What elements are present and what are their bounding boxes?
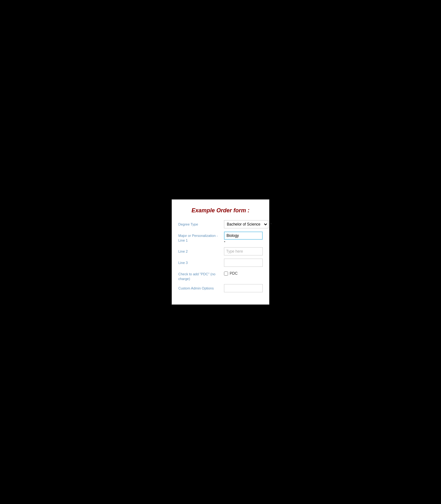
degree-type-required-star: * bbox=[270, 222, 272, 226]
major-line1-row: Major or Personalization - Line 1 * bbox=[178, 232, 263, 244]
line2-control bbox=[224, 247, 263, 255]
pdc-label: Check to add "PDC" (no charge) bbox=[178, 270, 224, 281]
line3-label: Line 3 bbox=[178, 259, 224, 265]
custom-admin-label: Custom Admin Options bbox=[178, 284, 224, 290]
line2-input[interactable] bbox=[224, 247, 263, 255]
custom-admin-control bbox=[224, 284, 263, 292]
degree-type-label: Degree Type bbox=[178, 220, 224, 226]
custom-admin-row: Custom Admin Options bbox=[178, 284, 263, 292]
major-line1-label: Major or Personalization - Line 1 bbox=[178, 232, 224, 243]
pdc-row: Check to add "PDC" (no charge) PDC bbox=[178, 270, 263, 281]
custom-admin-input[interactable] bbox=[224, 284, 263, 292]
line3-input[interactable] bbox=[224, 259, 263, 267]
major-line1-required-star: * bbox=[224, 240, 263, 244]
line2-label: Line 2 bbox=[178, 247, 224, 254]
degree-type-select[interactable]: Bachelor of Science Master of Science Do… bbox=[224, 220, 268, 228]
line3-row: Line 3 bbox=[178, 259, 263, 267]
pdc-checkbox-wrap: PDC bbox=[224, 270, 263, 276]
degree-type-select-wrap: Bachelor of Science Master of Science Do… bbox=[224, 220, 272, 228]
major-line1-input[interactable] bbox=[224, 232, 263, 240]
major-line1-control: * bbox=[224, 232, 263, 244]
degree-type-row: Degree Type Bachelor of Science Master o… bbox=[178, 220, 263, 228]
pdc-checkbox-label: PDC bbox=[230, 271, 238, 276]
line2-row: Line 2 bbox=[178, 247, 263, 255]
degree-type-control: Bachelor of Science Master of Science Do… bbox=[224, 220, 272, 228]
line3-control bbox=[224, 259, 263, 267]
order-form-container: Example Order form : Degree Type Bachelo… bbox=[172, 199, 269, 305]
form-title: Example Order form : bbox=[178, 207, 263, 214]
pdc-control: PDC bbox=[224, 270, 263, 276]
pdc-checkbox[interactable] bbox=[224, 272, 228, 276]
